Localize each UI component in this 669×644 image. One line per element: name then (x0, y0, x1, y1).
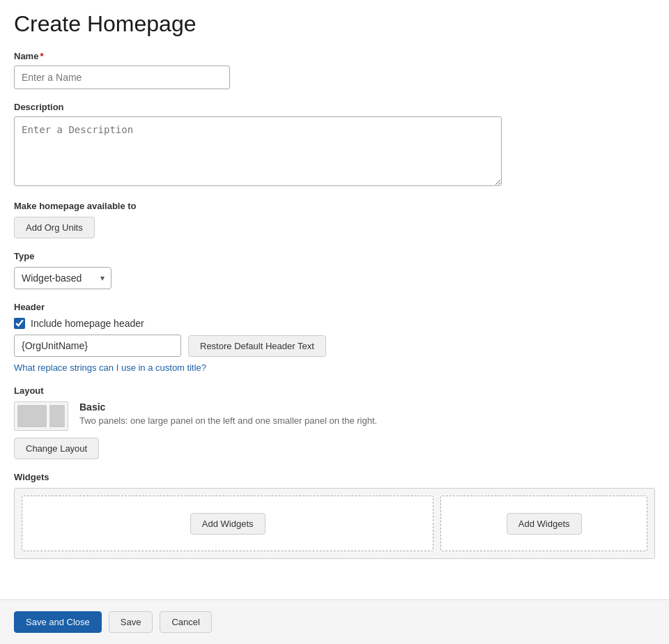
type-select-wrapper: Widget-based Classic ▾ (14, 267, 112, 289)
change-layout-button[interactable]: Change Layout (14, 438, 99, 459)
layout-description: Two panels: one large panel on the left … (79, 415, 655, 426)
layout-panel-small (49, 405, 65, 427)
layout-preview: Basic Two panels: one large panel on the… (14, 401, 655, 431)
include-header-row: Include homepage header (14, 318, 655, 329)
restore-header-button[interactable]: Restore Default Header Text (188, 335, 326, 357)
layout-section: Layout Basic Two panels: one large panel… (14, 385, 655, 459)
header-text-input[interactable] (14, 335, 181, 357)
name-input[interactable] (14, 66, 230, 89)
layout-panel-large (17, 405, 47, 427)
layout-label: Layout (14, 385, 655, 396)
include-header-label: Include homepage header (31, 318, 144, 329)
widgets-section: Widgets Add Widgets Add Widgets (14, 472, 655, 559)
save-and-close-button[interactable]: Save and Close (14, 611, 102, 633)
description-section: Description (14, 102, 655, 188)
widgets-container: Add Widgets Add Widgets (14, 488, 655, 559)
replace-strings-link[interactable]: What replace strings can I use in a cust… (14, 362, 206, 373)
availability-label: Make homepage available to (14, 201, 655, 211)
page-title: Create Homepage (14, 11, 655, 37)
name-section: Name* (14, 51, 655, 89)
page-container: Create Homepage Name* Description Make h… (0, 0, 669, 640)
description-input[interactable] (14, 116, 502, 186)
type-label: Type (14, 251, 655, 261)
widgets-label: Widgets (14, 472, 655, 482)
layout-name: Basic (79, 401, 655, 413)
include-header-checkbox[interactable] (14, 318, 25, 329)
availability-section: Make homepage available to Add Org Units (14, 201, 655, 238)
layout-info: Basic Two panels: one large panel on the… (79, 401, 655, 426)
description-label: Description (14, 102, 655, 112)
type-select[interactable]: Widget-based Classic (14, 267, 112, 289)
header-input-row: Restore Default Header Text (14, 335, 655, 357)
add-widgets-button-right[interactable]: Add Widgets (507, 513, 582, 535)
footer-bar: Save and Close Save Cancel (0, 599, 669, 644)
header-label: Header (14, 302, 655, 312)
layout-icon (14, 401, 68, 431)
widget-panel-right: Add Widgets (440, 496, 647, 551)
widget-panel-left: Add Widgets (22, 496, 433, 551)
header-section: Header Include homepage header Restore D… (14, 302, 655, 373)
cancel-button[interactable]: Cancel (160, 611, 211, 633)
save-button[interactable]: Save (109, 611, 153, 633)
name-label: Name* (14, 51, 655, 61)
type-section: Type Widget-based Classic ▾ (14, 251, 655, 289)
add-widgets-button-left[interactable]: Add Widgets (190, 513, 266, 535)
add-org-units-button[interactable]: Add Org Units (14, 217, 95, 238)
